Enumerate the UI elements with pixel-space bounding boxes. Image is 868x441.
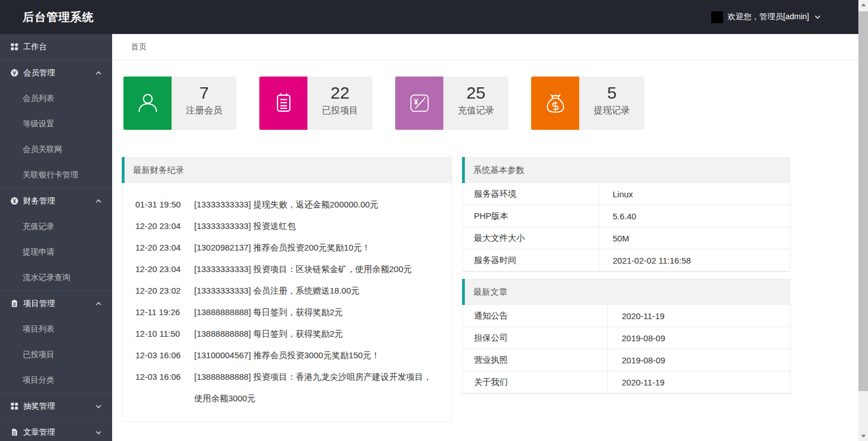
finance-record: 12-03 16:06[13888888888] 投资项目：香港九龙尖沙咀房产建…	[135, 366, 438, 409]
latest-articles-table: 通知公告2020-11-19担保公司2019-08-09营业执照2019-08-…	[463, 305, 790, 393]
sidebar-group-workbench: 工作台	[0, 34, 112, 60]
row-label: 营业执照	[463, 349, 608, 371]
sidebar-group-member-management: 会员管理会员列表等级设置会员关联网关联银行卡管理	[0, 60, 112, 188]
system-params-title: 系统基本参数	[473, 165, 524, 176]
sidebar: 工作台会员管理会员列表等级设置会员关联网关联银行卡管理财务管理充值记录提现申请流…	[0, 34, 112, 441]
latest-articles-panel: 最新文章 通知公告2020-11-19担保公司2019-08-09营业执照201…	[462, 279, 790, 394]
sidebar-item-level-settings[interactable]: 等级设置	[0, 111, 112, 137]
sidebar-group-lottery-management: 抽奖管理	[0, 393, 112, 419]
stat-card-invested-projects[interactable]: 22已投项目	[259, 77, 373, 130]
breadcrumb-home[interactable]: 首页	[131, 34, 147, 60]
scrollbar-thumb[interactable]	[858, 11, 868, 391]
sidebar-item-label: 抽奖管理	[23, 401, 55, 412]
row-value: Linux	[598, 183, 790, 205]
sidebar-subitem-label: 会员列表	[23, 94, 54, 104]
scrollbar-up-button[interactable]	[858, 0, 868, 10]
sidebar-item-article-management[interactable]: 文章管理	[0, 419, 112, 441]
record-time: 12-03 16:06	[135, 366, 186, 409]
record-text: [13888888888] 每日签到，获得奖励2元	[194, 323, 438, 345]
stat-card-body: 25充值记录	[443, 77, 508, 130]
grid-icon	[10, 402, 19, 410]
chevron-up-icon	[95, 198, 102, 205]
row-label: 最大文件大小	[463, 227, 598, 249]
finance-panel: 最新财务纪录 01-31 19:50[13333333333] 提现失败，返还金…	[122, 157, 452, 422]
finance-record: 01-31 19:50[13333333333] 提现失败，返还金额200000…	[135, 194, 438, 215]
record-time: 12-11 19:26	[135, 302, 186, 323]
user-icon-box	[123, 77, 172, 130]
record-text: [13888888888] 每日签到，获得奖励2元	[194, 302, 438, 323]
record-text: [13333333333] 投资送红包	[194, 215, 438, 237]
record-text: [13333333333] 会员注册，系统赠送18.00元	[194, 280, 438, 302]
record-time: 12-20 23:04	[135, 215, 186, 237]
user-menu[interactable]: 欢迎您，管理员[admin]	[711, 0, 821, 34]
sidebar-subitem-label: 项目列表	[23, 324, 54, 334]
latest-articles-header: 最新文章	[463, 279, 790, 305]
stat-value: 25	[443, 83, 508, 103]
money-bag-icon-box	[531, 77, 579, 130]
avatar	[711, 11, 723, 23]
table-row: PHP版本5.6.40	[463, 205, 790, 227]
sidebar-item-recharge-records[interactable]: 充值记录	[0, 214, 112, 239]
record-time: 01-31 19:50	[135, 194, 186, 215]
stat-label: 充值记录	[443, 105, 508, 117]
system-params-panel: 系统基本参数 服务器环境LinuxPHP版本5.6.40最大文件大小50M服务器…	[462, 157, 790, 272]
record-time: 12-10 11:50	[135, 323, 186, 345]
sidebar-item-project-management[interactable]: 项目管理	[0, 291, 112, 316]
app-root: 后台管理系统 欢迎您，管理员[admin] 工作台会员管理会员列表等级设置会员关…	[0, 0, 868, 441]
sidebar-item-transaction-records-query[interactable]: 流水记录查询	[0, 265, 112, 290]
sidebar-item-project-categories[interactable]: 项目分类	[0, 367, 112, 393]
sidebar-item-withdraw-applications[interactable]: 提现申请	[0, 239, 112, 265]
sidebar-item-member-network[interactable]: 会员关联网	[0, 137, 112, 162]
record-text: [13888888888] 投资项目：香港九龙尖沙咀房产建设开发项目，使用余额3…	[194, 366, 438, 409]
sidebar-item-label: 项目管理	[23, 299, 55, 309]
yen-rate-icon-box	[395, 77, 443, 130]
stat-label: 已投项目	[307, 105, 373, 117]
sidebar-item-lottery-management[interactable]: 抽奖管理	[0, 393, 112, 419]
sidebar-subitem-label: 项目分类	[23, 375, 54, 385]
table-row: 最大文件大小50M	[463, 227, 790, 249]
record-text: [13333333333] 提现失败，返还金额200000.00元	[194, 194, 438, 215]
clipboard-icon	[10, 299, 19, 308]
row-value: 2020-11-19	[608, 371, 790, 393]
stat-label: 提现记录	[579, 105, 644, 117]
stat-card-recharge-records[interactable]: 25充值记录	[395, 77, 508, 130]
stat-card-withdraw-records[interactable]: 5提现记录	[531, 77, 644, 130]
chevron-down-icon	[95, 403, 102, 410]
record-time: 12-20 23:04	[135, 258, 186, 280]
record-time: 12-20 23:02	[135, 280, 186, 302]
sidebar-subitem-label: 等级设置	[23, 119, 54, 129]
sidebar-item-member-list[interactable]: 会员列表	[0, 86, 112, 111]
scrollbar	[858, 0, 868, 441]
sidebar-item-member-management[interactable]: 会员管理	[0, 60, 112, 86]
triangle-down-icon	[861, 435, 866, 438]
sidebar-item-finance-management[interactable]: 财务管理	[0, 188, 112, 214]
stat-card-body: 7注册会员	[172, 77, 237, 130]
table-row: 营业执照2019-08-09	[463, 349, 790, 371]
row-value: 2021-02-02 11:16:58	[598, 249, 790, 271]
finance-panel-title: 最新财务纪录	[133, 165, 184, 176]
chevron-up-icon	[95, 70, 102, 77]
row-label: 担保公司	[463, 327, 608, 349]
finance-panel-header: 最新财务纪录	[122, 158, 451, 183]
sidebar-item-bank-card-management[interactable]: 关联银行卡管理	[0, 162, 112, 188]
stat-card-registered-members[interactable]: 7注册会员	[123, 77, 237, 130]
stat-card-body: 22已投项目	[307, 77, 373, 130]
sidebar-group-project-management: 项目管理项目列表已投项目项目分类	[0, 291, 112, 393]
finance-record: 12-20 23:02[13333333333] 会员注册，系统赠送18.00元	[135, 280, 438, 302]
table-row: 担保公司2019-08-09	[463, 327, 790, 349]
record-text: [13020982137] 推荐会员投资200元奖励10元！	[194, 237, 438, 258]
stat-value: 5	[579, 83, 644, 103]
sidebar-item-invested-projects[interactable]: 已投项目	[0, 342, 112, 367]
chevron-down-icon	[95, 429, 102, 436]
finance-record: 12-20 23:04[13333333333] 投资项目：区块链紫金矿，使用余…	[135, 258, 438, 280]
sidebar-subitem-label: 充值记录	[23, 222, 54, 232]
scrollbar-down-button[interactable]	[858, 431, 868, 441]
clipboard-pad-icon-box	[259, 77, 307, 130]
sidebar-item-project-list[interactable]: 项目列表	[0, 316, 112, 342]
sidebar-subitem-label: 流水记录查询	[23, 273, 70, 283]
sidebar-subitem-label: 关联银行卡管理	[23, 170, 78, 180]
row-label: PHP版本	[463, 205, 598, 227]
stat-cards: 7注册会员22已投项目25充值记录5提现记录	[123, 77, 858, 130]
sidebar-item-workbench[interactable]: 工作台	[0, 34, 112, 60]
user-icon	[135, 90, 161, 116]
